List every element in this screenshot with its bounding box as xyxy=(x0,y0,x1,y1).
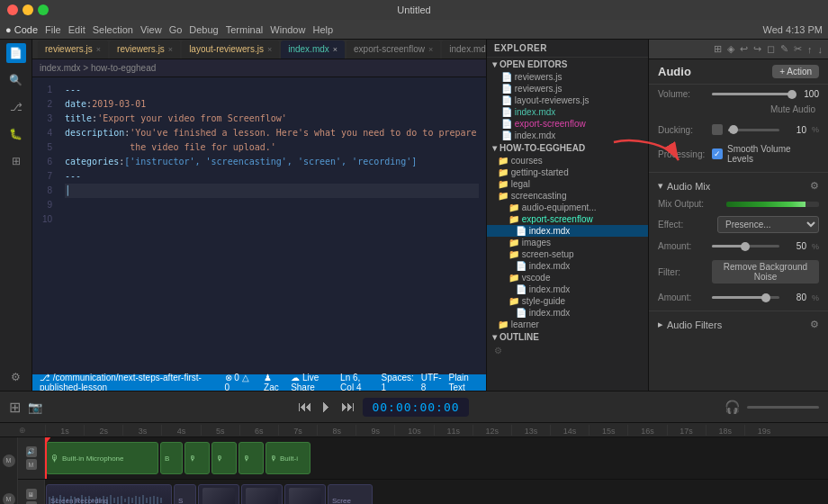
code-editor-text[interactable]: --- date: 2019-03-01 title: 'Export your… xyxy=(58,77,486,374)
screen-track-vol[interactable]: 🖥 xyxy=(26,489,37,500)
audio-clip-1[interactable]: 🎙 Built-in Microphone xyxy=(46,442,158,474)
exp-folder-vscode[interactable]: 📁 vscode xyxy=(487,272,648,284)
exp-file-reviewers-2[interactable]: 📄 reviewers.js xyxy=(487,83,648,94)
audio-clip-3[interactable]: 🎙 xyxy=(184,442,210,474)
filter-amount-slider[interactable] xyxy=(712,296,779,299)
activity-debug[interactable]: 🐛 xyxy=(6,124,26,144)
menu-item-app[interactable]: ● Code xyxy=(5,24,38,35)
audio-mix-header[interactable]: ▾ Audio Mix ⚙ xyxy=(649,176,828,195)
how-to-section[interactable]: ▾ HOW-TO-EGGHEAD xyxy=(487,141,648,155)
audio-track-volume[interactable]: 🔊 xyxy=(26,446,37,457)
tab-reviewers-js-2[interactable]: reviewers.js × xyxy=(110,40,180,58)
track-controls-header: ⊕ xyxy=(19,426,26,435)
exp-file-index-mdx-2[interactable]: 📄 index.mdx xyxy=(487,260,648,272)
exp-folder-courses[interactable]: 📁 courses xyxy=(487,155,648,166)
menu-terminal[interactable]: Terminal xyxy=(226,24,264,35)
volume-slider-track[interactable] xyxy=(712,93,792,95)
panel-icon-6[interactable]: ✎ xyxy=(780,43,788,55)
outline-section[interactable]: ▾ OUTLINE xyxy=(487,330,648,344)
mute-button[interactable]: Mute Audio xyxy=(767,104,819,115)
tab-reviewers-js-1[interactable]: reviewers.js × xyxy=(38,40,108,58)
exp-folder-screencasting[interactable]: 📁 screencasting xyxy=(487,190,648,202)
panel-icon-7[interactable]: ✂ xyxy=(794,43,802,55)
exp-file-index-mdx-4[interactable]: 📄 index.mdx xyxy=(487,307,648,319)
play-button[interactable]: ⏵ xyxy=(320,399,334,415)
activity-settings[interactable]: ⚙ xyxy=(6,367,26,387)
audio-clip-2[interactable]: B xyxy=(160,442,183,474)
exp-folder-screen-setup[interactable]: 📁 screen-setup xyxy=(487,248,648,260)
activity-git[interactable]: ⎇ xyxy=(6,97,26,117)
screen-track-clips[interactable]: Screen Recording xyxy=(45,480,828,504)
screen-clip-1[interactable]: Screen Recording xyxy=(46,484,172,504)
audio-track-mute[interactable]: M xyxy=(26,459,37,470)
effect-select[interactable]: Presence... xyxy=(717,216,819,233)
audio-track-row: 🔊 M 🎙 Built-in Microphone B xyxy=(18,437,828,480)
amount-slider[interactable] xyxy=(712,245,779,248)
activity-extensions[interactable]: ⊞ xyxy=(6,151,26,171)
exp-folder-images[interactable]: 📁 images xyxy=(487,237,648,248)
menu-view[interactable]: View xyxy=(140,24,162,35)
skip-back-button[interactable]: ⏮ xyxy=(298,399,312,415)
minimize-button[interactable] xyxy=(22,4,33,15)
exp-folder-legal[interactable]: 📁 legal xyxy=(487,178,648,190)
panel-icon-5[interactable]: ◻ xyxy=(767,43,775,55)
panel-icon-9[interactable]: ↓ xyxy=(818,44,824,55)
panel-icon-3[interactable]: ↩ xyxy=(740,43,748,55)
audio-clip-4[interactable]: 🎙 xyxy=(212,442,237,474)
ruler-11s: 11s xyxy=(434,425,472,436)
track-mute-1[interactable]: M xyxy=(3,454,15,467)
transport-bar: ⊞ 📷 ⏮ ⏵ ⏭ 00:00:00:00 🎧 xyxy=(0,391,828,423)
exp-file-reviewers-1[interactable]: 📄 reviewers.js xyxy=(487,71,648,83)
exp-folder-style-guide[interactable]: 📁 style-guide xyxy=(487,295,648,307)
menu-edit[interactable]: Edit xyxy=(68,24,86,35)
audio-clip-5[interactable]: 🎙 xyxy=(238,442,264,474)
exp-file-index-mdx-3[interactable]: 📄 index.mdx xyxy=(487,284,648,295)
ducking-checkbox[interactable] xyxy=(712,124,723,135)
screen-track-row: 🖥 M Screen Recording xyxy=(18,480,828,504)
playhead[interactable] xyxy=(45,437,47,479)
exp-folder-audio-equipment[interactable]: 📁 audio-equipment... xyxy=(487,202,648,213)
open-editors-section[interactable]: ▾ OPEN EDITORS xyxy=(487,58,648,71)
smooth-volumes-check[interactable]: ✓ Smooth Volume Levels xyxy=(712,144,819,164)
maximize-button[interactable] xyxy=(38,4,49,15)
audio-clip-6[interactable]: 🎙 Built-i xyxy=(266,442,310,474)
menu-file[interactable]: File xyxy=(45,24,61,35)
menu-selection[interactable]: Selection xyxy=(93,24,133,35)
transport-icon-left[interactable]: ⊞ xyxy=(9,399,21,416)
menu-help[interactable]: Help xyxy=(312,24,333,35)
ruler-17s: 17s xyxy=(667,425,706,436)
transport-icon-camera[interactable]: 📷 xyxy=(28,400,42,414)
exp-file-export[interactable]: 📄 export-screenflow xyxy=(487,118,648,130)
tab-index-mdx-active[interactable]: index.mdx × xyxy=(281,40,345,58)
tab-export-screenflow[interactable]: export-screenflow × xyxy=(346,40,440,58)
audio-filters-row[interactable]: ▸ Audio Filters ⚙ xyxy=(649,315,828,334)
panel-icon-2[interactable]: ◈ xyxy=(727,43,734,55)
filter-button[interactable]: Remove Background Noise xyxy=(712,260,819,284)
tab-index-mdx-2[interactable]: index.mdx × xyxy=(442,40,486,58)
exp-folder-export-screenflow[interactable]: 📁 export-screenflow xyxy=(487,213,648,225)
exp-folder-getting-started[interactable]: 📁 getting-started xyxy=(487,166,648,178)
tab-layout-reviewers[interactable]: layout-reviewers.js × xyxy=(182,40,279,58)
svg-rect-20 xyxy=(117,497,119,504)
volume-output-slider[interactable] xyxy=(747,406,819,409)
panel-icon-8[interactable]: ↑ xyxy=(807,44,813,55)
menu-go[interactable]: Go xyxy=(169,24,183,35)
panel-icon-1[interactable]: ⊞ xyxy=(714,43,722,55)
audio-track-clips[interactable]: 🎙 Built-in Microphone B 🎙 🎙 🎙 xyxy=(45,437,828,479)
ducking-slider[interactable] xyxy=(728,129,779,131)
exp-file-index-mdx-selected[interactable]: 📄 index.mdx xyxy=(487,225,648,237)
action-button[interactable]: + Action xyxy=(772,65,819,78)
menu-window[interactable]: Window xyxy=(270,24,305,35)
track-mute-2[interactable]: M xyxy=(3,493,15,505)
panel-icon-4[interactable]: ↪ xyxy=(753,43,761,55)
menu-debug[interactable]: Debug xyxy=(189,24,218,35)
exp-folder-learner[interactable]: 📁 learner xyxy=(487,319,648,330)
activity-search[interactable]: 🔍 xyxy=(6,70,26,90)
close-button[interactable] xyxy=(7,4,18,15)
skip-forward-button[interactable]: ⏭ xyxy=(341,399,356,415)
mix-output-bar xyxy=(726,202,819,207)
exp-file-screen-setup[interactable]: 📄 index.mdx xyxy=(487,130,648,141)
exp-file-layout[interactable]: 📄 layout-reviewers.js xyxy=(487,94,648,106)
activity-explorer[interactable]: 📄 xyxy=(6,43,26,63)
exp-file-index-active[interactable]: 📄 index.mdx xyxy=(487,106,648,118)
